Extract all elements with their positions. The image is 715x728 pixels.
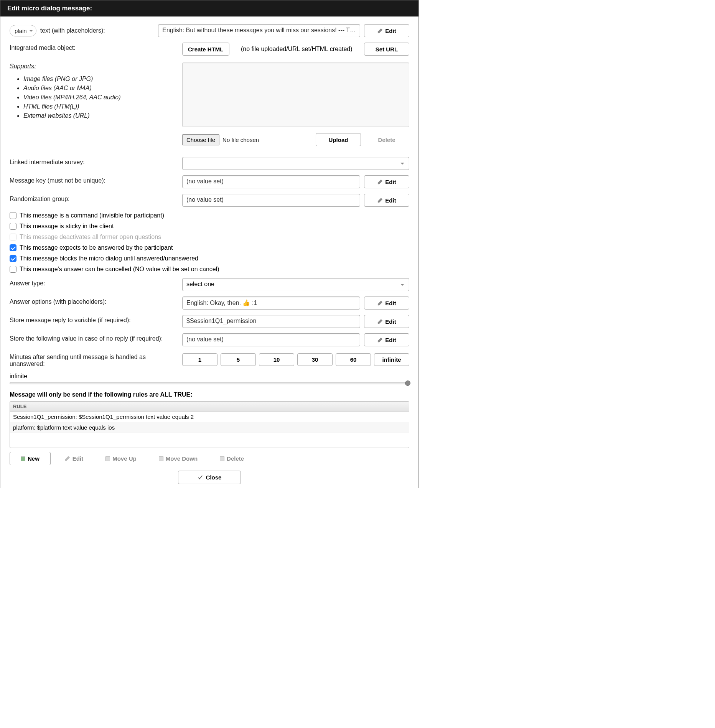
- media-label: Integrated media object:: [10, 44, 182, 51]
- minute-preset-30[interactable]: 30: [297, 353, 333, 366]
- supports-item: Video files (MP4/H.264, AAC audio): [23, 93, 182, 102]
- checkbox-icon[interactable]: [10, 266, 16, 273]
- answer-options-label: Answer options (with placeholders):: [10, 296, 182, 305]
- answer-options-display: English: Okay, then. 👍 :1: [182, 296, 360, 310]
- supports-item: Audio files (AAC or M4A): [23, 84, 182, 93]
- checkbox-icon[interactable]: [10, 223, 16, 230]
- pencil-icon: [377, 337, 383, 343]
- move-up-button: Move Up: [97, 452, 145, 465]
- supports-item: External websites (URL): [23, 111, 182, 120]
- dialog: Edit micro dialog message: plain text (w…: [0, 0, 419, 488]
- checkbox-icon: [10, 234, 16, 240]
- media-preview: [182, 63, 409, 127]
- supports-item: HTML files (HTM(L)): [23, 102, 182, 111]
- rules-table: RULE Session1Q1_permission: $Session1Q1_…: [10, 401, 409, 448]
- minute-preset-1[interactable]: 1: [182, 353, 217, 366]
- arrow-down-icon: [159, 456, 163, 461]
- minus-icon: [220, 456, 224, 461]
- supports-list: Image files (PNG or JPG) Audio files (AA…: [23, 74, 182, 120]
- create-html-button[interactable]: Create HTML: [182, 43, 229, 56]
- rules-toolbar: New Edit Move Up Move Down Delete: [10, 452, 409, 465]
- choose-file-button[interactable]: Choose file: [182, 134, 219, 145]
- text-type-label: text (with placeholders):: [40, 27, 105, 34]
- close-button[interactable]: Close: [178, 471, 241, 484]
- delete-rule-button: Delete: [211, 452, 252, 465]
- minute-preset-5[interactable]: 5: [221, 353, 256, 366]
- survey-select[interactable]: [182, 157, 409, 170]
- check-icon: [198, 475, 203, 480]
- random-group-label: Randomization group:: [10, 194, 182, 203]
- answer-type-label: Answer type:: [10, 278, 182, 287]
- dialog-body: plain text (with placeholders): English:…: [0, 16, 418, 488]
- supports-item: Image files (PNG or JPG): [23, 74, 182, 84]
- arrow-up-icon: [105, 456, 110, 461]
- checkbox-icon[interactable]: [10, 244, 16, 251]
- random-group-display: (no value set): [182, 194, 360, 207]
- checkbox-icon[interactable]: [10, 255, 16, 262]
- check-command[interactable]: This message is a command (invisible for…: [10, 212, 409, 219]
- survey-label: Linked intermediate survey:: [10, 157, 182, 166]
- edit-store-var-button[interactable]: Edit: [364, 315, 409, 328]
- rules-header: RULE: [10, 402, 409, 412]
- minutes-slider[interactable]: [10, 382, 409, 384]
- move-down-button: Move Down: [150, 452, 206, 465]
- no-reply-label: Store the following value in case of no …: [10, 333, 182, 342]
- answer-type-select[interactable]: select one: [182, 278, 409, 291]
- message-text-row: plain text (with placeholders): English:…: [10, 24, 409, 37]
- pencil-icon: [377, 198, 383, 203]
- minute-preset-60[interactable]: 60: [336, 353, 371, 366]
- rules-empty: [10, 433, 409, 448]
- table-row[interactable]: Session1Q1_permission: $Session1Q1_permi…: [10, 412, 409, 422]
- plus-icon: [21, 456, 25, 461]
- pencil-icon: [377, 179, 383, 185]
- minute-preset-10[interactable]: 10: [259, 353, 294, 366]
- check-sticky[interactable]: This message is sticky in the client: [10, 223, 409, 230]
- rules-title: Message will only be send if the followi…: [10, 391, 409, 398]
- message-key-label: Message key (must not be unique):: [10, 175, 182, 184]
- checkbox-icon[interactable]: [10, 212, 16, 219]
- no-reply-display: (no value set): [182, 333, 360, 346]
- new-rule-button[interactable]: New: [10, 452, 51, 465]
- store-var-display: $Session1Q1_permission: [182, 315, 360, 328]
- dialog-title: Edit micro dialog message:: [0, 0, 418, 16]
- slider-thumb[interactable]: [405, 380, 410, 386]
- pencil-icon: [64, 456, 70, 461]
- store-var-label: Store message reply to variable (if requ…: [10, 315, 182, 324]
- minutes-label: Minutes after sending until message is h…: [10, 352, 182, 367]
- pencil-icon: [377, 319, 383, 324]
- message-text-display: English: But without these messages you …: [158, 24, 360, 37]
- supports-label: Supports:: [10, 63, 182, 70]
- edit-message-text-button[interactable]: Edit: [364, 24, 409, 37]
- edit-message-key-button[interactable]: Edit: [364, 175, 409, 188]
- pencil-icon: [377, 28, 383, 34]
- pencil-icon: [377, 300, 383, 306]
- message-key-display: (no value set): [182, 175, 360, 188]
- edit-answer-options-button[interactable]: Edit: [364, 296, 409, 310]
- text-type-select[interactable]: plain: [10, 25, 36, 36]
- edit-no-reply-button[interactable]: Edit: [364, 333, 409, 346]
- edit-rule-button: Edit: [56, 452, 92, 465]
- upload-button[interactable]: Upload: [316, 133, 361, 146]
- slider-value: infinite: [10, 373, 409, 380]
- check-deactivate: This message deactivates all former open…: [10, 234, 409, 240]
- media-status: (no file uploaded/URL set/HTML created): [233, 46, 360, 53]
- file-status: No file chosen: [222, 137, 313, 143]
- minute-preset-infinite[interactable]: infinite: [374, 353, 409, 366]
- check-expects[interactable]: This message expects to be answered by t…: [10, 244, 409, 251]
- table-row[interactable]: platform: $platform text value equals io…: [10, 422, 409, 433]
- set-url-button[interactable]: Set URL: [364, 43, 409, 56]
- check-cancel[interactable]: This message's answer can be cancelled (…: [10, 266, 409, 273]
- check-blocks[interactable]: This message blocks the micro dialog unt…: [10, 255, 409, 262]
- delete-media-button[interactable]: Delete: [364, 133, 409, 146]
- edit-random-group-button[interactable]: Edit: [364, 194, 409, 207]
